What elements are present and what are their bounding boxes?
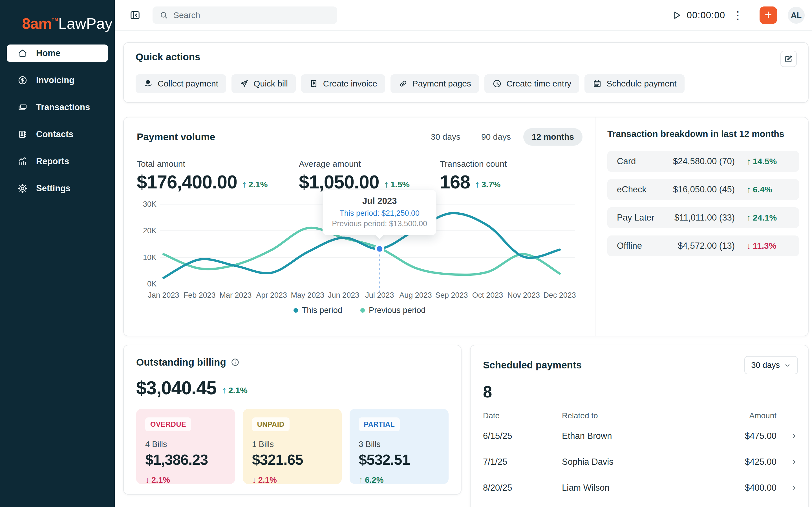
tab-12-months[interactable]: 12 months xyxy=(523,128,582,146)
button-label: Quick bill xyxy=(253,79,288,89)
calendar-icon xyxy=(592,79,602,89)
schedule-payment-button[interactable]: Schedule payment xyxy=(585,74,684,93)
main-area: 00:00:00 ⋮ + AL Quick actions Collect pa… xyxy=(115,0,812,507)
chevron-right-icon[interactable] xyxy=(790,484,798,492)
tab-90-days[interactable]: 90 days xyxy=(473,128,519,146)
table-row[interactable]: 8/20/25 Liam Wilson $400.00 xyxy=(483,475,798,501)
sidebar-item-home[interactable]: Home xyxy=(7,45,108,62)
outstanding-delta: 2.1% xyxy=(222,385,248,397)
method-delta: 11.3% xyxy=(747,241,792,251)
bills-count: 1 Bills xyxy=(252,440,333,449)
sidebar-item-reports[interactable]: Reports xyxy=(7,153,108,170)
table-row[interactable]: 7/1/25 Sophia Davis $425.00 xyxy=(483,449,798,475)
brand-lawpay: LawPay xyxy=(58,15,112,32)
collect-payment-button[interactable]: Collect payment xyxy=(136,74,226,93)
info-icon[interactable] xyxy=(231,358,240,367)
tooltip-title: Jul 2023 xyxy=(332,196,427,206)
stat-average-amount: Average amount $1,050.00 1.5% xyxy=(299,159,440,191)
cell-date: 8/20/25 xyxy=(483,483,562,493)
method-delta: 6.4% xyxy=(747,184,792,195)
method-delta: 24.1% xyxy=(747,213,792,223)
transaction-breakdown-title: Transaction breakdown in last 12 months xyxy=(607,129,799,139)
sidebar-item-contacts[interactable]: Contacts xyxy=(7,126,108,143)
quick-bill-button[interactable]: Quick bill xyxy=(232,74,296,93)
sidebar-item-invoicing[interactable]: Invoicing xyxy=(7,71,108,89)
brand-logo: 8amTMLawPay xyxy=(0,0,115,32)
button-label: Collect payment xyxy=(158,79,218,89)
svg-text:Nov 2023: Nov 2023 xyxy=(507,291,540,299)
outstanding-total: $3,040.45 xyxy=(136,379,216,397)
payment-volume-card: Payment volume 30 days 90 days 12 months… xyxy=(123,117,809,336)
search-icon xyxy=(159,11,168,20)
button-label: Create time entry xyxy=(506,79,571,89)
play-icon[interactable] xyxy=(671,10,682,21)
topbar: 00:00:00 ⋮ + AL xyxy=(115,0,812,31)
create-time-entry-button[interactable]: Create time entry xyxy=(485,74,579,93)
method-amount: $24,580.00 (70) xyxy=(636,156,735,166)
kebab-menu-icon[interactable]: ⋮ xyxy=(732,10,743,20)
breakdown-row-card[interactable]: Card $24,580.00 (70) 14.5% xyxy=(607,151,799,172)
svg-text:Jun 2023: Jun 2023 xyxy=(328,291,359,299)
sidebar-item-label: Reports xyxy=(36,156,69,166)
tile-delta: 2.1% xyxy=(252,475,333,485)
svg-text:Mar 2023: Mar 2023 xyxy=(219,291,252,299)
stat-label: Average amount xyxy=(299,159,440,169)
bottom-row: Outstanding billing $3,040.45 2.1% OVERD… xyxy=(123,345,809,507)
tile-partial[interactable]: PARTIAL 3 Bills $532.51 6.2% xyxy=(350,409,449,484)
trend-up-icon xyxy=(747,184,751,195)
stat-value: $1,050.00 xyxy=(299,173,379,191)
payment-volume-stats: Total amount $176,400.00 2.1% Average am… xyxy=(137,159,582,191)
svg-text:Sep 2023: Sep 2023 xyxy=(435,291,468,299)
timer-display: 00:00:00 xyxy=(687,10,725,20)
stat-transaction-count: Transaction count 168 3.7% xyxy=(440,159,507,191)
brand-8am: 8am xyxy=(22,15,52,32)
panel-collapse-icon xyxy=(130,10,141,21)
svg-text:Dec 2023: Dec 2023 xyxy=(543,291,576,299)
breakdown-row-pay-later[interactable]: Pay Later $11,011.00 (33) 24.1% xyxy=(607,207,799,228)
trend-up-icon xyxy=(747,156,751,167)
range-dropdown[interactable]: 30 days xyxy=(744,356,798,374)
method-label: Offline xyxy=(617,241,642,251)
chevron-right-icon[interactable] xyxy=(790,432,798,440)
method-delta: 14.5% xyxy=(747,156,792,167)
breakdown-row-offline[interactable]: Offline $4,572.00 (13) 11.3% xyxy=(607,235,799,256)
payment-volume-title: Payment volume xyxy=(137,131,215,143)
chevron-right-icon[interactable] xyxy=(790,458,798,466)
home-icon xyxy=(17,48,28,58)
edit-quick-actions-button[interactable] xyxy=(780,51,797,67)
tile-amount: $1,386.23 xyxy=(145,451,226,468)
scheduled-count: 8 xyxy=(483,382,798,401)
transaction-breakdown-rows: Card $24,580.00 (70) 14.5% eCheck $16,05… xyxy=(607,151,799,256)
link-icon xyxy=(398,79,408,89)
breakdown-row-echeck[interactable]: eCheck $16,050.00 (45) 6.4% xyxy=(607,179,799,200)
sidebar-item-label: Settings xyxy=(36,183,70,193)
tile-unpaid[interactable]: UNPAID 1 Bills $321.65 2.1% xyxy=(243,409,342,484)
method-label: Pay Later xyxy=(617,213,654,223)
contact-card-icon xyxy=(17,129,28,139)
outstanding-billing-title: Outstanding billing xyxy=(136,356,226,368)
legend-previous-period: Previous period xyxy=(360,305,426,315)
tab-30-days[interactable]: 30 days xyxy=(422,128,469,146)
table-row[interactable]: 6/15/25 Ethan Brown $475.00 xyxy=(483,423,798,449)
bar-chart-icon xyxy=(17,156,28,166)
svg-text:May 2023: May 2023 xyxy=(291,291,324,299)
chevron-down-icon xyxy=(784,362,791,369)
svg-text:Aug 2023: Aug 2023 xyxy=(399,291,432,299)
avatar[interactable]: AL xyxy=(788,7,805,24)
button-label: Schedule payment xyxy=(606,79,677,89)
payment-pages-button[interactable]: Payment pages xyxy=(391,74,479,93)
brand-tm: TM xyxy=(52,17,58,22)
cell-amount: $475.00 xyxy=(714,431,776,441)
payment-volume-chart[interactable]: 30K20K10K0KJan 2023Feb 2023Mar 2023Apr 2… xyxy=(137,199,582,303)
sidebar-item-settings[interactable]: Settings xyxy=(7,180,108,197)
sidebar-collapse-button[interactable] xyxy=(128,8,142,22)
create-invoice-button[interactable]: Create invoice xyxy=(301,74,385,93)
add-button[interactable]: + xyxy=(760,6,777,24)
table-row[interactable]: 9/10/25 Olivia Martin $430.00 xyxy=(483,501,798,507)
tile-overdue[interactable]: OVERDUE 4 Bills $1,386.23 2.1% xyxy=(136,409,235,484)
sidebar-item-transactions[interactable]: Transactions xyxy=(7,99,108,116)
dollar-circle-icon xyxy=(17,75,28,86)
topbar-right: 00:00:00 ⋮ + AL xyxy=(671,6,805,24)
svg-text:Apr 2023: Apr 2023 xyxy=(256,291,287,299)
search-input[interactable] xyxy=(173,10,331,20)
